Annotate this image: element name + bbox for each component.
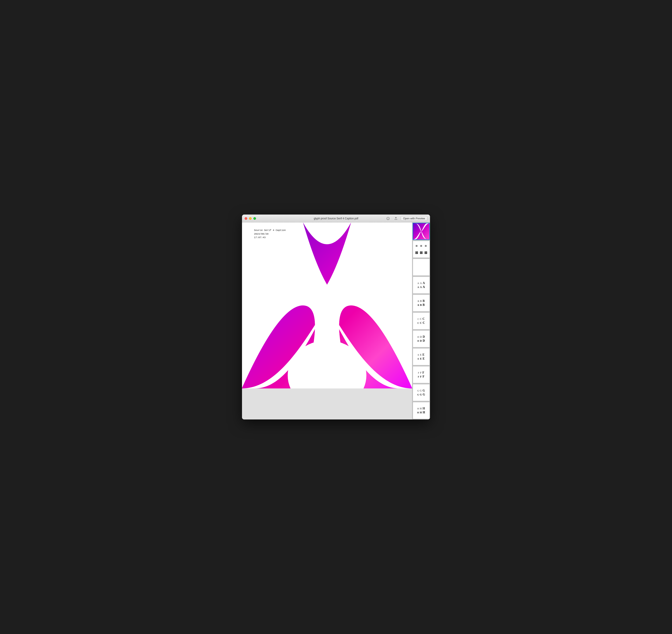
lt-A-bd: A: [417, 286, 419, 288]
lt-H-md: H: [420, 407, 422, 410]
lt-D-bd3: D: [422, 339, 425, 343]
lt-C-bd: C: [417, 322, 419, 324]
thumb-6-row1: C C C: [418, 317, 425, 321]
pdf-canvas: Source Serif 4 Caption 2023/06/20 17:07:…: [242, 222, 412, 388]
thumb-11-row1: H H H: [417, 407, 425, 410]
lt-H-bd: H: [417, 411, 419, 414]
thumb-10-row2: G G G: [417, 393, 425, 396]
thumb-8-row1: E E E: [418, 353, 424, 357]
lt-G-sm: G: [417, 390, 419, 392]
lt-C-bd2: C: [420, 321, 422, 325]
sidebar-thumbnail-strip: ⊠ ⊠ ⊠ ⊠ ⊠ ⊠ A A A: [412, 222, 430, 419]
lt-F-md: F: [420, 371, 422, 374]
lt-A-bd3: A: [422, 285, 425, 289]
pdf-date: 2023/06/20: [254, 232, 286, 236]
thumb-10-row1: G G G: [417, 389, 425, 392]
lt-C-sm: C: [418, 318, 419, 320]
thumb-7-row1: D D D: [417, 335, 425, 339]
lt-A-sm: A: [417, 282, 419, 285]
info-icon: i: [387, 217, 390, 220]
share-icon-button[interactable]: [393, 215, 399, 222]
lt-C-lg: C: [422, 317, 425, 321]
thumb-6-content: C C C C C C: [413, 313, 430, 329]
lt-D-bd: D: [417, 340, 419, 342]
thumbnail-3[interactable]: [413, 259, 430, 276]
thumb-4-content: A A A A A A: [413, 277, 430, 293]
lt-F-sm: F: [418, 372, 419, 374]
lt-D-sm: D: [417, 336, 419, 338]
thumb-9-row1: F F F: [418, 371, 424, 374]
open-with-preview-button[interactable]: Open with Preview: [401, 216, 427, 221]
pdf-white-shape-2: [242, 222, 412, 388]
pdf-time: 17:07:43: [254, 236, 286, 240]
thumbnail-11-H[interactable]: H H H H H H: [413, 402, 430, 419]
glyph-2: ⊠: [420, 244, 422, 247]
close-button[interactable]: [245, 217, 247, 220]
lt-G-md: G: [420, 389, 422, 392]
lt-H-lg: H: [422, 407, 425, 410]
pdf-text-info: Source Serif 4 Caption 2023/06/20 17:07:…: [254, 228, 286, 240]
minimize-button[interactable]: [249, 217, 252, 220]
lt-F-lg: F: [422, 371, 424, 374]
thumb-2-grid: ⊠ ⊠ ⊠ ⊠ ⊠ ⊠: [413, 241, 430, 258]
thumb-10-content: G G G G G G: [413, 384, 430, 401]
lt-E-bd: E: [418, 358, 419, 360]
lt-F-bd: F: [418, 375, 419, 378]
thumb-11-row2: H H H: [417, 411, 425, 414]
lt-B-sm: B: [418, 300, 419, 302]
lt-A-md: A: [420, 282, 422, 285]
lt-B-bd: B: [418, 304, 419, 306]
pdf-font-name: Source Serif 4 Caption: [254, 228, 286, 232]
lt-E-md: E: [420, 353, 421, 357]
lt-A-lg: A: [422, 282, 425, 285]
thumb-7-row2: D D D: [417, 339, 425, 343]
thumbnail-1[interactable]: [413, 223, 430, 240]
lt-G-bd3: G: [423, 393, 425, 396]
thumb-9-row2: F F F: [418, 375, 424, 379]
info-icon-button[interactable]: i: [385, 215, 391, 222]
svg-text:i: i: [388, 218, 388, 220]
lt-H-bd2: H: [420, 411, 422, 414]
thumbnail-9-F[interactable]: F F F F F F: [413, 366, 430, 383]
maximize-button[interactable]: [253, 217, 256, 220]
window-title: glyph proof Source Serif 4 Caption.pdf: [314, 217, 358, 220]
glyph-6: ⊠: [424, 250, 427, 255]
lt-G-bd2: G: [420, 393, 422, 396]
thumbnail-10-G[interactable]: G G G G G G: [413, 384, 430, 401]
thumb-11-content: H H H H H H: [413, 402, 430, 419]
glyph-3: ⊠: [425, 244, 427, 247]
lt-D-bd2: D: [420, 339, 422, 343]
traffic-lights: [245, 217, 256, 220]
thumb-1-shape: [413, 223, 430, 240]
thumbnail-4-A[interactable]: A A A A A A: [413, 276, 430, 294]
titlebar-actions: i Open with Preview: [385, 215, 427, 222]
lt-B-bd3: B: [422, 303, 424, 307]
lt-E-sm: E: [418, 354, 419, 356]
lt-C-bd3: C: [422, 321, 425, 325]
thumbnail-5-B[interactable]: B B B B B B: [413, 294, 430, 312]
thumb-9-content: F F F F F F: [413, 366, 430, 383]
thumb-8-row2: E E E: [418, 357, 424, 361]
share-icon: [394, 217, 397, 220]
lt-A-bd2: A: [420, 286, 422, 289]
lt-B-lg: B: [422, 299, 424, 303]
lt-G-lg: G: [422, 389, 425, 392]
lt-C-md: C: [420, 317, 422, 321]
thumbnail-6-C[interactable]: C C C C C C: [413, 312, 430, 330]
lt-D-lg: D: [422, 335, 425, 339]
lt-H-bd3: H: [423, 411, 425, 414]
lt-G-bd: G: [417, 393, 419, 396]
thumb-6-row2: C C C: [417, 321, 425, 325]
pdf-main-view: Source Serif 4 Caption 2023/06/20 17:07:…: [242, 222, 412, 419]
lt-B-bd2: B: [420, 303, 422, 307]
glyph-5: ⊠: [420, 250, 422, 255]
thumbnail-2[interactable]: ⊠ ⊠ ⊠ ⊠ ⊠ ⊠: [413, 241, 430, 258]
thumbnail-7-D[interactable]: D D D D D D: [413, 330, 430, 347]
titlebar: glyph proof Source Serif 4 Caption.pdf i…: [242, 215, 430, 222]
glyph-1: ⊠: [416, 244, 418, 247]
lt-F-bd3: F: [422, 375, 424, 379]
content-area: Source Serif 4 Caption 2023/06/20 17:07:…: [242, 222, 430, 419]
app-window: glyph proof Source Serif 4 Caption.pdf i…: [242, 215, 430, 419]
glyph-4: ⊠: [415, 250, 418, 255]
thumbnail-8-E[interactable]: E E E E E E: [413, 348, 430, 365]
